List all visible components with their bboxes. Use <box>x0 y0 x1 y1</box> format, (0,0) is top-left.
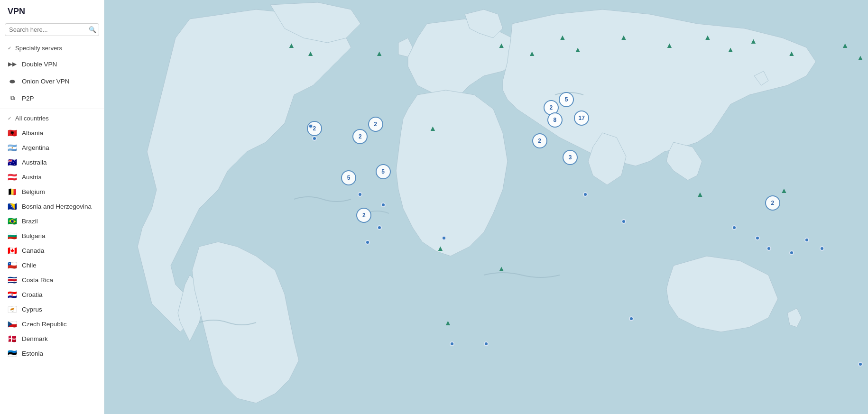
country-label-chile: Chile <box>22 262 37 269</box>
sidebar-item-bosnia[interactable]: 🇧🇦 Bosnia and Herzegovina <box>0 199 104 214</box>
country-label-czechrepublic: Czech Republic <box>22 321 67 328</box>
sidebar-item-cyprus[interactable]: 🇨🇾 Cyprus <box>0 302 104 317</box>
onion-vpn-icon: ⬬ <box>8 76 17 86</box>
flag-austria: 🇦🇹 <box>8 174 17 181</box>
onion-vpn-label: Onion Over VPN <box>22 78 70 85</box>
search-icon: 🔍 <box>89 26 96 33</box>
country-label-canada: Canada <box>22 247 44 254</box>
sidebar-item-australia[interactable]: 🇦🇺 Australia <box>0 155 104 170</box>
countries-list: 🇦🇱 Albania 🇦🇷 Argentina 🇦🇺 Australia 🇦🇹 … <box>0 126 104 361</box>
country-label-australia: Australia <box>22 159 47 166</box>
flag-argentina: 🇦🇷 <box>8 145 17 151</box>
flag-canada: 🇨🇦 <box>8 248 17 254</box>
flag-albania: 🇦🇱 <box>8 130 17 137</box>
specialty-items: ▶▶ Double VPN ⬬ Onion Over VPN ⧉ P2P <box>0 55 104 107</box>
country-label-bosnia: Bosnia and Herzegovina <box>22 203 92 210</box>
country-label-croatia: Croatia <box>22 291 43 298</box>
country-label-bulgaria: Bulgaria <box>22 232 46 239</box>
flag-australia: 🇦🇺 <box>8 159 17 166</box>
flag-croatia: 🇭🇷 <box>8 292 17 298</box>
p2p-label: P2P <box>22 95 34 102</box>
app-title: VPN <box>0 0 104 20</box>
world-map-svg <box>104 0 868 414</box>
specialty-servers-header[interactable]: ✓ Specialty servers <box>0 41 104 55</box>
divider <box>0 109 104 109</box>
chevron-countries-icon: ✓ <box>8 116 11 121</box>
search-box[interactable]: 🔍 <box>5 23 99 36</box>
country-label-albania: Albania <box>22 129 43 137</box>
sidebar-item-croatia[interactable]: 🇭🇷 Croatia <box>0 287 104 302</box>
flag-czechrepublic: 🇨🇿 <box>8 321 17 328</box>
sidebar-scroll: ✓ Specialty servers ▶▶ Double VPN ⬬ Onio… <box>0 41 104 414</box>
double-vpn-icon: ▶▶ <box>8 59 17 69</box>
country-label-costarica: Costa Rica <box>22 276 53 284</box>
sidebar-item-argentina[interactable]: 🇦🇷 Argentina <box>0 140 104 155</box>
sidebar-item-brazil[interactable]: 🇧🇷 Brazil <box>0 214 104 229</box>
country-label-cyprus: Cyprus <box>22 306 42 313</box>
flag-brazil: 🇧🇷 <box>8 218 17 225</box>
specialty-servers-label: Specialty servers <box>15 45 62 52</box>
flag-belgium: 🇧🇪 <box>8 189 17 195</box>
flag-cyprus: 🇨🇾 <box>8 306 17 313</box>
sidebar-item-bulgaria[interactable]: 🇧🇬 Bulgaria <box>0 229 104 243</box>
sidebar-item-double-vpn[interactable]: ▶▶ Double VPN <box>0 55 104 73</box>
flag-estonia: 🇪🇪 <box>8 350 17 357</box>
map-area: 22255258172322▲▲▲▲▲▲▲▲▲▲▲▲▲▲▲▲▲▲▲▲▲ <box>104 0 868 414</box>
flag-bulgaria: 🇧🇬 <box>8 233 17 239</box>
sidebar-item-estonia[interactable]: 🇪🇪 Estonia <box>0 346 104 361</box>
sidebar-item-p2p[interactable]: ⧉ P2P <box>0 90 104 107</box>
country-label-brazil: Brazil <box>22 218 38 225</box>
sidebar-item-costarica[interactable]: 🇨🇷 Costa Rica <box>0 273 104 287</box>
sidebar-item-onion-vpn[interactable]: ⬬ Onion Over VPN <box>0 73 104 90</box>
flag-costarica: 🇨🇷 <box>8 277 17 284</box>
chevron-icon: ✓ <box>8 46 11 51</box>
country-label-austria: Austria <box>22 174 42 181</box>
sidebar-item-belgium[interactable]: 🇧🇪 Belgium <box>0 184 104 199</box>
p2p-icon: ⧉ <box>8 93 17 103</box>
sidebar-item-albania[interactable]: 🇦🇱 Albania <box>0 126 104 140</box>
country-label-argentina: Argentina <box>22 144 49 151</box>
flag-chile: 🇨🇱 <box>8 262 17 269</box>
double-vpn-label: Double VPN <box>22 61 57 68</box>
country-label-denmark: Denmark <box>22 335 48 342</box>
search-input[interactable] <box>9 26 89 33</box>
flag-bosnia: 🇧🇦 <box>8 203 17 210</box>
country-label-estonia: Estonia <box>22 350 43 357</box>
sidebar-item-chile[interactable]: 🇨🇱 Chile <box>0 258 104 273</box>
flag-denmark: 🇩🇰 <box>8 336 17 342</box>
all-countries-label: All countries <box>15 115 49 122</box>
country-label-belgium: Belgium <box>22 188 45 195</box>
all-countries-header[interactable]: ✓ All countries <box>0 111 104 126</box>
sidebar-item-czechrepublic[interactable]: 🇨🇿 Czech Republic <box>0 317 104 331</box>
sidebar-item-denmark[interactable]: 🇩🇰 Denmark <box>0 331 104 346</box>
sidebar-item-austria[interactable]: 🇦🇹 Austria <box>0 170 104 184</box>
sidebar: VPN 🔍 ✓ Specialty servers ▶▶ Double VPN … <box>0 0 104 414</box>
sidebar-item-canada[interactable]: 🇨🇦 Canada <box>0 243 104 258</box>
